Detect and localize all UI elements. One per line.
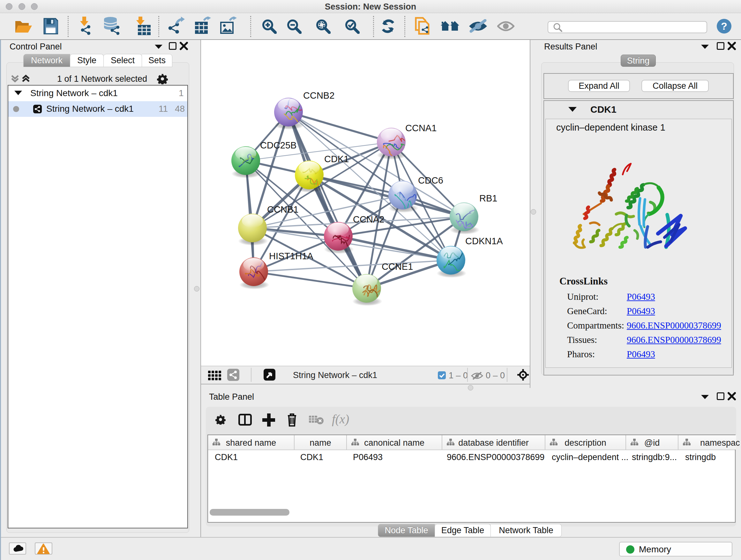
svg-text:HIST1H1A: HIST1H1A xyxy=(269,251,313,261)
svg-text:CCNE1: CCNE1 xyxy=(382,261,413,272)
svg-text:CCNA1: CCNA1 xyxy=(405,123,436,133)
svg-text:RB1: RB1 xyxy=(479,193,497,203)
svg-text:CCNB1: CCNB1 xyxy=(267,204,298,214)
svg-text:CDK1: CDK1 xyxy=(324,154,349,164)
svg-text:CCNA2: CCNA2 xyxy=(353,214,384,225)
svg-text:CDKN1A: CDKN1A xyxy=(465,236,503,246)
svg-text:CDC25B: CDC25B xyxy=(260,140,296,150)
svg-text:CCNB2: CCNB2 xyxy=(303,90,334,101)
svg-text:CDC6: CDC6 xyxy=(418,175,443,186)
